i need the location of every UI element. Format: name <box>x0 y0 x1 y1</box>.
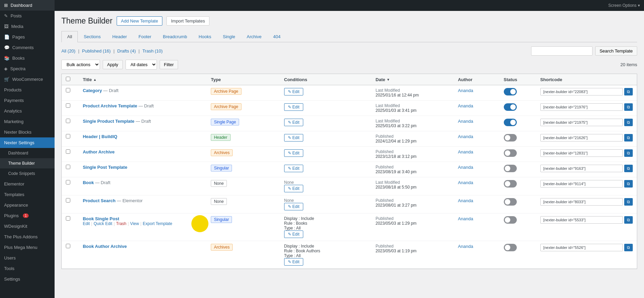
filter-published-link[interactable]: Published (16) <box>82 48 111 54</box>
copy-shortcode-button[interactable]: ⧉ <box>624 165 633 172</box>
copy-shortcode-button[interactable]: ⧉ <box>624 88 633 95</box>
shortcode-input[interactable] <box>540 180 623 188</box>
edit-conditions-button[interactable]: ✎ Edit <box>284 258 303 266</box>
status-toggle[interactable] <box>504 88 517 95</box>
bulk-actions-select[interactable]: Bulk actions <box>61 60 100 70</box>
row-checkbox[interactable] <box>66 244 70 248</box>
tab-all[interactable]: All <box>61 31 78 42</box>
date-sort-header[interactable]: Date ▼ <box>376 77 450 82</box>
edit-conditions-button[interactable]: ✎ Edit <box>284 149 303 157</box>
author-link[interactable]: Ananda <box>458 165 473 170</box>
template-title-link[interactable]: Single Product Template <box>83 119 134 124</box>
sidebar-item-payments[interactable]: Payments <box>0 95 55 106</box>
copy-shortcode-button[interactable]: ⧉ <box>624 149 633 157</box>
sidebar-item-plugins[interactable]: Plugins 1 <box>0 210 55 221</box>
status-toggle[interactable] <box>504 198 517 206</box>
sidebar-item-products[interactable]: Products <box>0 85 55 95</box>
edit-conditions-button[interactable]: ✎ Edit <box>284 203 303 210</box>
shortcode-input[interactable] <box>540 198 623 206</box>
copy-shortcode-button[interactable]: ⧉ <box>624 103 633 111</box>
shortcode-input[interactable] <box>540 88 623 95</box>
tab-archive[interactable]: Archive <box>241 31 267 42</box>
search-template-button[interactable]: Search Template <box>595 46 637 56</box>
sidebar-item-settings[interactable]: Settings <box>0 274 55 284</box>
copy-shortcode-button[interactable]: ⧉ <box>624 216 633 224</box>
author-link[interactable]: Ananda <box>458 149 473 154</box>
edit-conditions-button[interactable]: ✎ Edit <box>284 165 303 172</box>
status-toggle[interactable] <box>504 119 517 126</box>
row-checkbox[interactable] <box>66 165 70 169</box>
edit-conditions-button[interactable]: ✎ Edit <box>284 119 303 126</box>
sidebar-item-dashboard[interactable]: ⊞ Dashboard <box>0 0 55 11</box>
status-toggle[interactable] <box>504 180 517 188</box>
tab-hooks[interactable]: Hooks <box>193 31 217 42</box>
sidebar-item-appearance[interactable]: Appearance <box>0 200 55 210</box>
sidebar-item-woocommerce[interactable]: 🛒 WooCommerce <box>0 74 55 85</box>
filter-drafts-link[interactable]: Drafts (4) <box>117 48 136 54</box>
copy-shortcode-button[interactable]: ⧉ <box>624 134 633 141</box>
select-all-checkbox[interactable] <box>66 77 70 81</box>
template-title-link[interactable]: Book <box>83 180 94 185</box>
row-checkbox[interactable] <box>66 216 70 221</box>
edit-conditions-button[interactable]: ✎ Edit <box>284 88 303 95</box>
template-title-link[interactable]: Category <box>83 88 102 93</box>
shortcode-input[interactable] <box>540 149 623 157</box>
shortcode-input[interactable] <box>540 165 623 172</box>
sidebar-item-marketing[interactable]: Marketing <box>0 116 55 127</box>
template-title-link[interactable]: Product Archive Template <box>83 103 137 108</box>
author-link[interactable]: Ananda <box>458 103 473 108</box>
row-checkbox[interactable] <box>66 88 70 92</box>
tab-404[interactable]: 404 <box>267 31 287 42</box>
filter-trash-link[interactable]: Trash (10) <box>142 48 162 54</box>
search-input[interactable] <box>531 46 592 56</box>
row-checkbox[interactable] <box>66 180 70 184</box>
row-action-trash[interactable]: Trash <box>116 221 126 226</box>
author-link[interactable]: Ananda <box>458 180 473 185</box>
sidebar-item-theme-builder[interactable]: Theme Builder <box>0 158 55 168</box>
sidebar-item-tools[interactable]: Tools <box>0 263 55 274</box>
row-checkbox[interactable] <box>66 149 70 154</box>
tab-sections[interactable]: Sections <box>78 31 106 42</box>
shortcode-input[interactable] <box>540 103 623 111</box>
author-link[interactable]: Ananda <box>458 119 473 124</box>
apply-button[interactable]: Apply <box>103 60 123 69</box>
author-link[interactable]: Ananda <box>458 88 473 93</box>
sidebar-item-books[interactable]: 📚 Books <box>0 53 55 63</box>
tab-header[interactable]: Header <box>106 31 133 42</box>
tab-breadcrumb[interactable]: Breadcrumb <box>157 31 193 42</box>
template-title-link[interactable]: Author Archive <box>83 149 115 154</box>
tab-single[interactable]: Single <box>217 31 241 42</box>
status-toggle[interactable] <box>504 244 517 251</box>
sidebar-item-nexter-blocks[interactable]: Nexter Blocks <box>0 127 55 137</box>
sidebar-item-templates[interactable]: Templates <box>0 189 55 200</box>
template-title-link[interactable]: Single Post Template <box>83 165 128 170</box>
copy-shortcode-button[interactable]: ⧉ <box>624 119 633 126</box>
copy-shortcode-button[interactable]: ⧉ <box>624 180 633 188</box>
sidebar-item-comments[interactable]: 💬 Comments <box>0 42 55 53</box>
sidebar-item-dashboard-sub[interactable]: Dashboard <box>0 148 55 158</box>
edit-conditions-button[interactable]: ✎ Edit <box>284 134 303 141</box>
edit-conditions-button[interactable]: ✎ Edit <box>284 103 303 111</box>
row-checkbox[interactable] <box>66 198 70 203</box>
add-new-template-button[interactable]: Add New Template <box>117 16 163 26</box>
template-title-link[interactable]: Header | BuildIQ <box>83 134 117 139</box>
title-sort-header[interactable]: Title ▲ <box>83 77 203 82</box>
row-action-quick-edit[interactable]: Quick Edit <box>93 221 112 226</box>
sidebar-item-pages[interactable]: 📄 Pages <box>0 32 55 42</box>
sidebar-item-spectra[interactable]: ◈ Spectra <box>0 63 55 74</box>
row-checkbox[interactable] <box>66 103 70 108</box>
tab-footer[interactable]: Footer <box>133 31 157 42</box>
author-link[interactable]: Ananda <box>458 216 473 221</box>
screen-options-button[interactable]: Screen Options ▾ <box>608 3 640 8</box>
shortcode-input[interactable] <box>540 216 623 224</box>
import-templates-button[interactable]: Import Templates <box>166 16 209 26</box>
sidebar-item-plus-mega-menu[interactable]: Plus Mega Menu <box>0 242 55 253</box>
template-title-link[interactable]: Book Single Post <box>83 216 119 221</box>
sidebar-item-plus-addons[interactable]: The Plus Addons <box>0 232 55 242</box>
sidebar-item-wdesignkit[interactable]: WDesignKit <box>0 221 55 232</box>
status-toggle[interactable] <box>504 103 517 111</box>
sidebar-item-nexter-settings[interactable]: Nexter Settings <box>0 137 55 148</box>
sidebar-item-code-snippets[interactable]: Code Snippets <box>0 168 55 179</box>
author-link[interactable]: Ananda <box>458 198 473 203</box>
filter-button[interactable]: Filter <box>160 60 178 69</box>
